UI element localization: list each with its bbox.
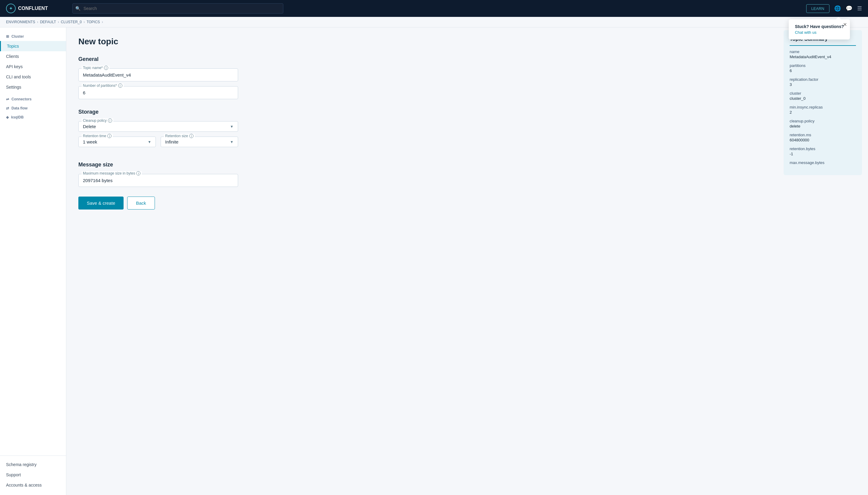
summary-row-partitions: partitions 6 — [789, 63, 856, 73]
partitions-info-icon[interactable]: i — [118, 84, 122, 88]
partitions-group: Number of partitions* i — [79, 86, 856, 99]
sidebar-item-clients[interactable]: Clients — [0, 51, 66, 62]
breadcrumb-environments[interactable]: ENVIRONMENTS — [6, 20, 35, 24]
topic-name-input[interactable] — [83, 71, 233, 79]
summary-row-retention-bytes: retention.bytes -1 — [789, 147, 856, 156]
tooltip-popup: ✕ Stuck? Have questions? Chat with us — [789, 19, 850, 39]
app-name: CONFLUENT — [18, 6, 48, 11]
data-flow-icon: ⇄ — [6, 106, 9, 110]
general-section-title: General — [79, 56, 856, 63]
tooltip-subtitle: Chat with us — [795, 30, 844, 35]
cluster-icon: ⊞ — [6, 34, 9, 39]
summary-row-name: name MetadataAuditEvent_v4 — [789, 49, 856, 59]
breadcrumb-default[interactable]: DEFAULT — [40, 20, 56, 24]
breadcrumb: ENVIRONMENTS › DEFAULT › CLUSTER_0 › TOP… — [0, 17, 868, 28]
partitions-label: Number of partitions* i — [82, 84, 124, 88]
data-flow-section-label[interactable]: ⇄ Data flow — [0, 104, 66, 113]
max-message-label: Maximum message size in bytes i — [82, 171, 142, 175]
logo-symbol: ✦ — [9, 6, 13, 11]
breadcrumb-sep-4: › — [102, 20, 103, 24]
breadcrumb-sep-1: › — [37, 20, 38, 24]
ksqldb-icon: ◈ — [6, 115, 9, 119]
max-message-group: Maximum message size in bytes i — [79, 174, 856, 187]
logo-area: ✦ CONFLUENT — [6, 4, 66, 13]
search-input[interactable] — [72, 3, 283, 14]
logo-icon: ✦ — [6, 4, 16, 13]
cluster-section-label: ⊞ Cluster — [0, 32, 66, 41]
ksqldb-section-label[interactable]: ◈ ksqlDB — [0, 113, 66, 122]
max-message-wrapper: Maximum message size in bytes i — [79, 174, 238, 187]
storage-section-title: Storage — [79, 109, 856, 115]
tooltip-title: Stuck? Have questions? — [795, 24, 844, 29]
page-title: New topic — [79, 37, 856, 47]
cleanup-policy-chevron: ▼ — [230, 124, 233, 129]
cleanup-policy-group: Cleanup policy i Delete ▼ — [79, 121, 856, 132]
summary-row-cleanup-policy: cleanup.policy delete — [789, 119, 856, 129]
nav-right: LEARN 🌐 💬 ☰ — [806, 4, 862, 13]
message-size-section-title: Message size — [79, 161, 856, 168]
summary-row-replication-factor: replication.factor 3 — [789, 77, 856, 87]
globe-icon[interactable]: 🌐 — [834, 5, 841, 12]
retention-size-info-icon[interactable]: i — [189, 134, 193, 138]
retention-time-select[interactable]: Retention time i 1 week ▼ — [79, 137, 156, 147]
topic-name-group: Topic name* i — [79, 68, 856, 81]
cleanup-policy-value: Delete — [83, 124, 96, 129]
summary-row-retention-ms: retention.ms 604800000 — [789, 133, 856, 142]
cleanup-policy-label: Cleanup policy i — [82, 118, 113, 123]
learn-button[interactable]: LEARN — [806, 4, 829, 13]
save-create-button[interactable]: Save & create — [79, 197, 124, 209]
top-nav: ✦ CONFLUENT 🔍 LEARN 🌐 💬 ☰ — [0, 0, 868, 17]
retention-time-group: Retention time i 1 week ▼ — [79, 137, 156, 147]
connectors-section-label: ⇌ Connectors — [0, 95, 66, 104]
connectors-icon: ⇌ — [6, 97, 9, 101]
retention-size-value: Infinite — [165, 139, 178, 144]
partitions-input[interactable] — [83, 89, 233, 97]
button-row: Save & create Back — [79, 197, 856, 209]
topic-name-wrapper: Topic name* i — [79, 68, 238, 81]
tooltip-close-button[interactable]: ✕ — [843, 22, 847, 28]
topic-name-info-icon[interactable]: i — [104, 66, 108, 70]
breadcrumb-sep-3: › — [84, 20, 85, 24]
breadcrumb-topics[interactable]: TOPICS — [87, 20, 100, 24]
summary-row-min-insync: min.insync.replicas 2 — [789, 105, 856, 115]
chat-icon[interactable]: 💬 — [846, 5, 852, 12]
back-button[interactable]: Back — [127, 197, 155, 209]
general-section: General Topic name* i Number of partitio… — [79, 56, 856, 99]
storage-section: Storage Cleanup policy i Delete ▼ Retent… — [79, 109, 856, 152]
tooltip-arrow — [836, 17, 841, 19]
breadcrumb-sep-2: › — [58, 20, 59, 24]
inline-selects: Retention time i 1 week ▼ Retention size… — [79, 137, 238, 152]
sidebar-item-api-keys[interactable]: API keys — [0, 62, 66, 72]
retention-time-chevron: ▼ — [148, 140, 151, 144]
retention-time-info-icon[interactable]: i — [107, 134, 111, 138]
main-content: New topic General Topic name* i Number o… — [66, 27, 868, 219]
summary-row-cluster: cluster cluster_0 — [789, 91, 856, 101]
search-bar: 🔍 — [72, 3, 283, 14]
topic-summary-panel: Topic Summary name MetadataAuditEvent_v4… — [784, 30, 862, 175]
breadcrumb-cluster[interactable]: CLUSTER_0 — [61, 20, 82, 24]
sidebar: ⊞ Cluster Topics Clients API keys CLI an… — [0, 27, 66, 219]
layout: ⊞ Cluster Topics Clients API keys CLI an… — [0, 27, 868, 219]
max-message-info-icon[interactable]: i — [136, 171, 140, 175]
sidebar-item-topics[interactable]: Topics — [0, 41, 66, 51]
max-message-input[interactable] — [83, 177, 233, 184]
search-icon: 🔍 — [75, 6, 81, 11]
retention-size-chevron: ▼ — [230, 140, 233, 144]
retention-time-label: Retention time i — [82, 134, 113, 138]
menu-icon[interactable]: ☰ — [857, 5, 862, 12]
summary-row-max-message-bytes: max.message.bytes — [789, 160, 856, 165]
retention-size-select[interactable]: Retention size i Infinite ▼ — [161, 137, 238, 147]
retention-size-label: Retention size i — [164, 134, 195, 138]
topic-name-label: Topic name* i — [82, 66, 109, 70]
retention-time-value: 1 week — [83, 139, 97, 144]
retention-size-group: Retention size i Infinite ▼ — [161, 137, 238, 147]
message-size-section: Message size Maximum message size in byt… — [79, 161, 856, 187]
sidebar-item-cli-tools[interactable]: CLI and tools — [0, 72, 66, 82]
cleanup-policy-select[interactable]: Cleanup policy i Delete ▼ — [79, 121, 238, 132]
cleanup-policy-info-icon[interactable]: i — [108, 118, 112, 123]
sidebar-item-settings[interactable]: Settings — [0, 82, 66, 92]
partitions-wrapper: Number of partitions* i — [79, 86, 238, 99]
